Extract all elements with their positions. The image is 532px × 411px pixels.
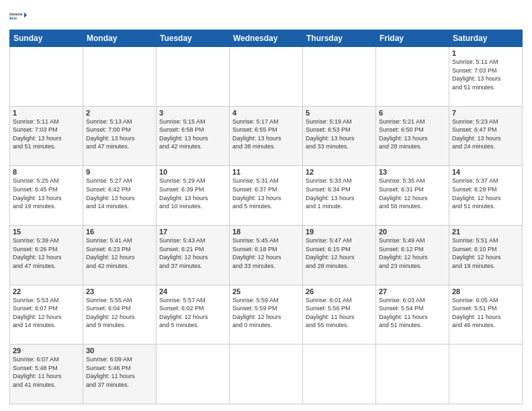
table-row: 24Sunrise: 5:57 AMSunset: 6:02 PMDayligh…: [157, 285, 230, 345]
day-number: 25: [232, 287, 300, 295]
table-row: 22Sunrise: 5:53 AMSunset: 6:07 PMDayligh…: [10, 285, 83, 345]
day-number: 4: [232, 109, 300, 117]
table-row: 17Sunrise: 5:43 AMSunset: 6:21 PMDayligh…: [157, 225, 230, 285]
day-info: Sunrise: 5:19 AMSunset: 6:53 PMDaylight:…: [306, 118, 355, 150]
day-number: 27: [379, 287, 446, 295]
day-info: Sunrise: 6:09 AMSunset: 5:46 PMDaylight:…: [86, 356, 135, 388]
col-tuesday: Tuesday: [157, 30, 230, 47]
table-row: 1Sunrise: 5:11 AMSunset: 7:03 PMDaylight…: [449, 47, 523, 107]
day-info: Sunrise: 5:13 AMSunset: 7:00 PMDaylight:…: [86, 118, 135, 150]
day-info: Sunrise: 5:17 AMSunset: 6:55 PMDaylight:…: [232, 118, 281, 150]
day-number: 21: [452, 228, 519, 236]
table-row: 20Sunrise: 5:49 AMSunset: 6:12 PMDayligh…: [376, 225, 449, 285]
table-row: 23Sunrise: 5:55 AMSunset: 6:04 PMDayligh…: [83, 285, 157, 345]
svg-text:Blue: Blue: [9, 16, 17, 20]
table-row: [449, 345, 523, 404]
table-row: 8Sunrise: 5:25 AMSunset: 6:45 PMDaylight…: [10, 166, 83, 226]
day-info: Sunrise: 5:11 AMSunset: 7:03 PMDaylight:…: [13, 118, 62, 150]
svg-marker-2: [24, 13, 27, 18]
day-info: Sunrise: 5:33 AMSunset: 6:34 PMDaylight:…: [306, 177, 355, 210]
table-row: 2Sunrise: 5:13 AMSunset: 7:00 PMDaylight…: [83, 106, 157, 166]
day-number: 24: [159, 287, 226, 295]
day-info: Sunrise: 6:01 AMSunset: 5:56 PMDaylight:…: [306, 297, 355, 329]
day-number: 12: [306, 168, 373, 176]
table-row: 19Sunrise: 5:47 AMSunset: 6:15 PMDayligh…: [303, 225, 376, 285]
day-number: 29: [13, 347, 80, 355]
day-number: 28: [452, 287, 519, 295]
calendar-row: 8Sunrise: 5:25 AMSunset: 6:45 PMDaylight…: [10, 166, 523, 226]
day-number: 13: [379, 168, 446, 176]
table-row: 14Sunrise: 5:37 AMSunset: 6:29 PMDayligh…: [449, 166, 523, 226]
table-row: 27Sunrise: 6:03 AMSunset: 5:54 PMDayligh…: [376, 285, 449, 345]
day-info: Sunrise: 5:45 AMSunset: 6:18 PMDaylight:…: [232, 237, 281, 269]
table-row: [157, 47, 230, 107]
day-info: Sunrise: 5:15 AMSunset: 6:58 PMDaylight:…: [159, 118, 208, 150]
day-number: 1: [13, 109, 80, 117]
day-number: 7: [452, 109, 519, 117]
day-info: Sunrise: 5:35 AMSunset: 6:31 PMDaylight:…: [379, 177, 428, 210]
table-row: [303, 345, 376, 404]
table-row: 21Sunrise: 5:51 AMSunset: 6:10 PMDayligh…: [449, 225, 523, 285]
table-row: [157, 345, 230, 404]
day-number: 23: [86, 287, 153, 295]
table-row: 30Sunrise: 6:09 AMSunset: 5:46 PMDayligh…: [83, 345, 157, 404]
day-info: Sunrise: 5:51 AMSunset: 6:10 PMDaylight:…: [452, 237, 501, 269]
day-number: 5: [306, 109, 373, 117]
table-row: [376, 345, 449, 404]
day-info: Sunrise: 5:37 AMSunset: 6:29 PMDaylight:…: [452, 177, 501, 210]
day-number: 10: [159, 168, 226, 176]
svg-text:General: General: [9, 12, 23, 16]
col-friday: Friday: [376, 30, 449, 47]
day-info: Sunrise: 6:03 AMSunset: 5:54 PMDaylight:…: [379, 297, 428, 329]
day-number: 16: [86, 228, 153, 236]
table-row: 29Sunrise: 6:07 AMSunset: 5:48 PMDayligh…: [10, 345, 83, 404]
day-info: Sunrise: 5:25 AMSunset: 6:45 PMDaylight:…: [13, 177, 62, 210]
logo: GeneralBlue: [9, 7, 28, 26]
day-info: Sunrise: 5:55 AMSunset: 6:04 PMDaylight:…: [86, 297, 135, 329]
col-saturday: Saturday: [449, 30, 523, 47]
table-row: [303, 47, 376, 107]
page: GeneralBlue Sunday Monday Tuesday Wednes…: [0, 0, 532, 411]
day-number: 17: [159, 228, 226, 236]
table-row: 16Sunrise: 5:41 AMSunset: 6:23 PMDayligh…: [83, 225, 157, 285]
day-number: 22: [13, 287, 80, 295]
day-number: 11: [232, 168, 300, 176]
table-row: 1Sunrise: 5:11 AMSunset: 7:03 PMDaylight…: [10, 106, 83, 166]
calendar-row: 29Sunrise: 6:07 AMSunset: 5:48 PMDayligh…: [10, 345, 523, 404]
col-monday: Monday: [83, 30, 157, 47]
day-number: 18: [232, 228, 300, 236]
day-info: Sunrise: 5:49 AMSunset: 6:12 PMDaylight:…: [379, 237, 428, 269]
day-info: Sunrise: 5:21 AMSunset: 6:50 PMDaylight:…: [379, 118, 428, 150]
table-row: [10, 47, 83, 107]
table-row: [376, 47, 449, 107]
table-row: 15Sunrise: 5:39 AMSunset: 6:26 PMDayligh…: [10, 225, 83, 285]
calendar-row: 1Sunrise: 5:11 AMSunset: 7:03 PMDaylight…: [10, 47, 523, 107]
day-number: 3: [159, 109, 226, 117]
table-row: 26Sunrise: 6:01 AMSunset: 5:56 PMDayligh…: [303, 285, 376, 345]
header-row: Sunday Monday Tuesday Wednesday Thursday…: [10, 30, 523, 47]
day-number: 1: [452, 49, 519, 57]
day-info: Sunrise: 5:27 AMSunset: 6:42 PMDaylight:…: [86, 177, 135, 210]
day-number: 30: [86, 347, 153, 355]
day-number: 14: [452, 168, 519, 176]
table-row: 6Sunrise: 5:21 AMSunset: 6:50 PMDaylight…: [376, 106, 449, 166]
calendar-row: 15Sunrise: 5:39 AMSunset: 6:26 PMDayligh…: [10, 225, 523, 285]
day-info: Sunrise: 5:59 AMSunset: 5:59 PMDaylight:…: [232, 297, 281, 329]
day-number: 2: [86, 109, 153, 117]
day-info: Sunrise: 5:57 AMSunset: 6:02 PMDaylight:…: [159, 297, 208, 329]
col-sunday: Sunday: [10, 30, 83, 47]
table-row: 25Sunrise: 5:59 AMSunset: 5:59 PMDayligh…: [230, 285, 303, 345]
table-row: 3Sunrise: 5:15 AMSunset: 6:58 PMDaylight…: [157, 106, 230, 166]
day-info: Sunrise: 5:47 AMSunset: 6:15 PMDaylight:…: [306, 237, 355, 269]
calendar-row: 1Sunrise: 5:11 AMSunset: 7:03 PMDaylight…: [10, 106, 523, 166]
day-info: Sunrise: 5:43 AMSunset: 6:21 PMDaylight:…: [159, 237, 208, 269]
day-number: 26: [306, 287, 373, 295]
day-number: 8: [13, 168, 80, 176]
table-row: 28Sunrise: 6:05 AMSunset: 5:51 PMDayligh…: [449, 285, 523, 345]
day-number: 15: [13, 228, 80, 236]
day-info: Sunrise: 5:31 AMSunset: 6:37 PMDaylight:…: [232, 177, 281, 210]
day-info: Sunrise: 6:07 AMSunset: 5:48 PMDaylight:…: [13, 356, 62, 388]
top-section: GeneralBlue: [9, 7, 523, 26]
day-info: Sunrise: 6:05 AMSunset: 5:51 PMDaylight:…: [452, 297, 501, 329]
table-row: 12Sunrise: 5:33 AMSunset: 6:34 PMDayligh…: [303, 166, 376, 226]
